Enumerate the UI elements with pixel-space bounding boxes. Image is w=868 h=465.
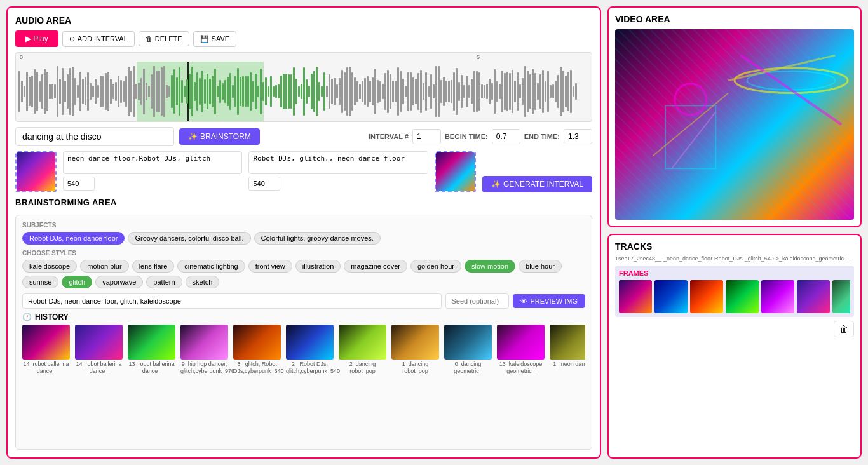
history-caption: 2_ Robot DJs, glitch,cyberpunk_540: [286, 361, 334, 375]
trash-icon: 🗑: [146, 35, 153, 43]
subject-chip[interactable]: Groovy dancers, colorful disco ball.: [128, 232, 250, 245]
seed-optional-input[interactable]: [445, 293, 509, 309]
history-item[interactable]: 14_robot ballerina dance_: [75, 325, 123, 375]
interval-number-input[interactable]: [412, 129, 441, 144]
frames-section: FRAMES: [615, 266, 854, 317]
history-label: 🕐 HISTORY: [22, 313, 585, 321]
left-prompt-textarea[interactable]: neon dance floor,Robot DJs, glitch: [63, 151, 242, 174]
audio-area-title: AUDIO AREA: [15, 15, 592, 25]
frame-6[interactable]: [797, 280, 830, 313]
style-chip[interactable]: cinematic lighting: [177, 260, 245, 273]
history-caption: 14_robot ballerina dance_: [75, 361, 123, 375]
style-chip[interactable]: slow motion: [465, 260, 515, 273]
history-thumbnail: [444, 325, 492, 360]
right-seed-input[interactable]: [248, 177, 280, 191]
svg-point-5: [675, 84, 706, 115]
history-item[interactable]: 9_hip hop dancer, glitch,cyberpunk_976: [180, 325, 228, 375]
subjects-chips: Robot DJs, neon dance floorGroovy dancer…: [22, 232, 585, 245]
history-item[interactable]: 1_dancing robot_pop: [391, 325, 439, 375]
right-thumbnail: [435, 151, 476, 192]
subject-chip[interactable]: Colorful lights, groovy dance moves.: [254, 232, 381, 245]
brainstorm-button[interactable]: ✨ BRAINSTORM: [179, 128, 260, 145]
tracks-footer: 🗑: [615, 321, 854, 337]
toolbar: ▶ Play ⊕ ADD INTERVAL 🗑 DELETE 💾 SAVE: [15, 30, 592, 47]
tracks-title: TRACKS: [615, 241, 854, 252]
history-caption: 1_dancing robot_pop: [391, 361, 439, 375]
delete-button[interactable]: 🗑 DELETE: [139, 31, 189, 46]
frame-4[interactable]: [726, 280, 759, 313]
tracks-trash-button[interactable]: 🗑: [834, 321, 854, 337]
history-thumbnail: [286, 325, 334, 360]
history-thumbnail: [180, 325, 228, 360]
track-info: 1sec17_2sec48__-_neon_dance_floor-Robot_…: [615, 255, 854, 262]
right-thumb-image: [436, 152, 475, 191]
subject-chip[interactable]: Robot DJs, neon dance floor: [22, 232, 125, 245]
history-caption: 0_dancing geometric_: [444, 361, 492, 375]
eye-icon: 👁: [520, 297, 527, 305]
history-thumbnail: [128, 325, 175, 360]
style-chip[interactable]: sketch: [186, 276, 220, 288]
style-chip[interactable]: pattern: [146, 276, 182, 288]
style-chip[interactable]: illustration: [295, 260, 341, 273]
subjects-label: SUBJECTS: [22, 222, 585, 229]
frame-1[interactable]: [619, 280, 652, 313]
tracks-box: TRACKS 1sec17_2sec48__-_neon_dance_floor…: [607, 234, 862, 459]
history-item[interactable]: 2_ Robot DJs, glitch,cyberpunk_540: [286, 325, 334, 375]
history-thumbnail: [550, 325, 585, 360]
history-item[interactable]: 0_dancing geometric_: [444, 325, 492, 375]
history-item[interactable]: 13_robot ballerina dance_: [128, 325, 175, 375]
history-item[interactable]: 13_kaleidoscope geometric_: [497, 325, 545, 375]
history-caption: 13_kaleidoscope geometric_: [497, 361, 545, 375]
style-chip[interactable]: vaporwave: [95, 276, 143, 288]
frames-row: [619, 280, 850, 313]
preview-img-button[interactable]: 👁 PREVIEW IMG: [513, 294, 585, 308]
save-button[interactable]: 💾 SAVE: [193, 31, 237, 47]
frame-7[interactable]: [832, 280, 850, 313]
frame-3[interactable]: [690, 280, 723, 313]
right-panel: VIDEO AREA: [607, 6, 862, 459]
history-item[interactable]: 3_ glitch, Robot DJs,cyberpunk_540: [233, 325, 281, 375]
style-chip[interactable]: sunrise: [22, 276, 58, 288]
history-item[interactable]: 14_robot ballerina dance_: [22, 325, 70, 375]
generate-interval-button[interactable]: ✨ GENERATE INTERVAL: [482, 176, 592, 192]
play-button[interactable]: ▶ Play: [15, 30, 58, 47]
wand-icon: ✨: [491, 180, 501, 189]
interval-controls: INTERVAL # BEGIN TIME: END TIME:: [369, 129, 592, 144]
style-chip[interactable]: glitch: [62, 276, 92, 288]
right-prompt-textarea[interactable]: Robot DJs, glitch,, neon dance floor: [248, 151, 428, 174]
brainstorm-area-title: BRAINSTORMING AREA: [15, 198, 592, 207]
history-caption: 3_ glitch, Robot DJs,cyberpunk_540: [233, 361, 281, 375]
save-icon: 💾: [200, 35, 209, 43]
history-thumbnail: [22, 325, 70, 360]
begin-time-input[interactable]: [492, 129, 520, 144]
left-thumb-image: [17, 152, 55, 191]
style-chip[interactable]: lens flare: [132, 260, 175, 273]
time-marker-0: 0: [20, 54, 23, 60]
frame-2[interactable]: [654, 280, 688, 313]
waveform[interactable]: 0 5: [15, 52, 592, 122]
style-chip[interactable]: motion blur: [80, 260, 128, 273]
image-prompt-row: neon dance floor,Robot DJs, glitch Robot…: [15, 151, 592, 192]
left-thumbnail: [15, 151, 57, 192]
style-chip[interactable]: golden hour: [410, 260, 461, 273]
style-chip[interactable]: blue hour: [519, 260, 562, 273]
history-item[interactable]: 2_dancing robot_pop: [339, 325, 386, 375]
brainstorm-prompt-input[interactable]: [22, 293, 442, 309]
plus-icon: ⊕: [69, 35, 75, 43]
style-chip[interactable]: kaleidoscope: [22, 260, 77, 273]
history-item[interactable]: 1_ neon dance_: [550, 325, 585, 375]
video-preview: [615, 29, 854, 220]
style-chip[interactable]: magazine cover: [344, 260, 407, 273]
add-interval-button[interactable]: ⊕ ADD INTERVAL: [62, 31, 135, 47]
end-time-input[interactable]: [564, 129, 592, 144]
frame-5[interactable]: [761, 280, 794, 313]
main-prompt-input[interactable]: [15, 127, 174, 146]
video-area-title: VIDEO AREA: [615, 14, 854, 24]
style-chip[interactable]: front view: [248, 260, 292, 273]
left-seed-input[interactable]: [63, 177, 95, 191]
time-marker-5: 5: [477, 54, 480, 60]
svg-line-7: [672, 112, 715, 168]
history-caption: 1_ neon dance_: [550, 361, 585, 368]
prompt-row: ✨ BRAINSTORM INTERVAL # BEGIN TIME: END …: [15, 127, 592, 146]
waveform-bars: [16, 62, 592, 121]
